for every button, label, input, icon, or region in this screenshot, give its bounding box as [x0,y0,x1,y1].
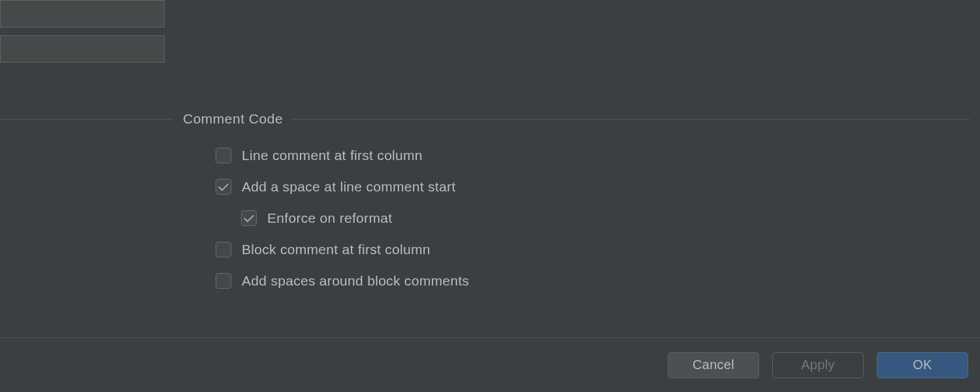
option-enforce-on-reformat: Enforce on reformat [0,210,970,226]
checkbox-label[interactable]: Block comment at first column [242,242,431,257]
option-line-comment-first-column: Line comment at first column [0,148,970,163]
section-title: Comment Code [174,111,292,127]
option-add-spaces-block-comments: Add spaces around block comments [0,273,970,289]
checkbox-label[interactable]: Enforce on reformat [267,210,392,226]
section-header: Comment Code [0,111,970,127]
checkbox-label[interactable]: Add spaces around block comments [242,273,469,289]
button-bar: Cancel Apply OK [0,337,980,392]
comment-code-section: Comment Code Line comment at first colum… [0,111,980,304]
checkbox-block-comment-first-column[interactable] [216,242,231,257]
text-input[interactable] [0,35,165,63]
checkbox-add-space-line-comment[interactable] [216,179,231,195]
divider-left [0,119,174,120]
divider-right [292,119,970,120]
option-add-space-line-comment: Add a space at line comment start [0,179,970,195]
truncated-input-group [0,0,165,71]
ok-button[interactable]: OK [877,352,968,378]
text-input[interactable] [0,0,165,27]
cancel-button[interactable]: Cancel [668,352,759,378]
option-block-comment-first-column: Block comment at first column [0,242,970,257]
checkbox-label[interactable]: Add a space at line comment start [242,179,455,195]
checkbox-enforce-on-reformat[interactable] [241,210,257,226]
apply-button[interactable]: Apply [772,352,864,378]
checkbox-label[interactable]: Line comment at first column [242,148,423,163]
checkbox-add-spaces-block-comments[interactable] [216,273,231,289]
checkbox-line-comment-first-column[interactable] [216,148,231,163]
